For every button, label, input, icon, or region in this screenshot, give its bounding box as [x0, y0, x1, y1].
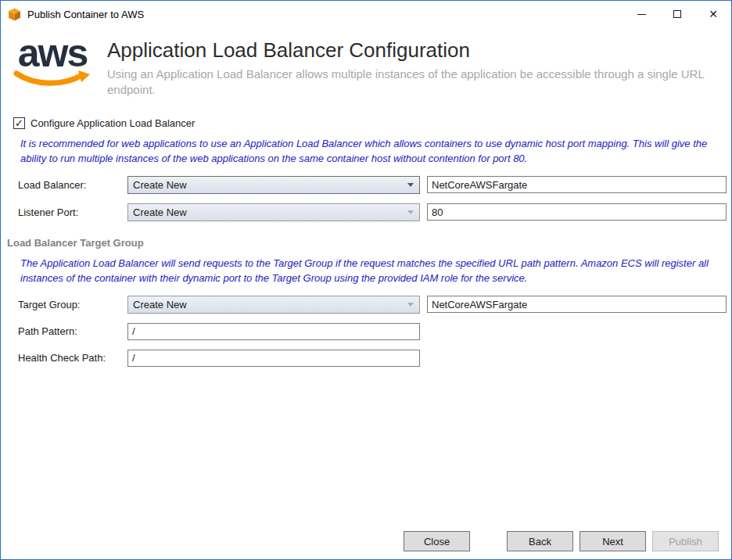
- next-button[interactable]: Next: [580, 531, 646, 551]
- target-group-combo-value: Create New: [128, 299, 407, 311]
- checkmark-icon: ✓: [15, 118, 23, 128]
- listener-port-label: Listener Port:: [18, 206, 127, 218]
- load-balancer-combo[interactable]: Create New: [127, 176, 420, 194]
- target-group-name-input[interactable]: [427, 296, 727, 313]
- path-pattern-label: Path Pattern:: [18, 325, 127, 337]
- load-balancer-combo-value: Create New: [128, 179, 407, 191]
- close-icon: ✕: [709, 8, 718, 20]
- configure-alb-checkbox[interactable]: ✓: [13, 117, 25, 129]
- dialog-footer: Close Back Next Publish: [404, 531, 719, 551]
- load-balancer-row: Load Balancer: Create New: [1, 176, 731, 194]
- aws-logo-text: aws: [18, 35, 88, 71]
- publish-button[interactable]: Publish: [652, 531, 719, 551]
- listener-port-input[interactable]: [427, 203, 727, 221]
- maximize-icon: [673, 10, 681, 18]
- window-title: Publish Container to AWS: [27, 9, 144, 20]
- close-window-button[interactable]: ✕: [695, 1, 731, 27]
- chevron-down-icon: [407, 183, 414, 187]
- path-pattern-input[interactable]: [127, 323, 420, 340]
- alb-description: It is recommended for web applications t…: [20, 136, 711, 167]
- back-button[interactable]: Back: [507, 531, 573, 551]
- target-group-label: Target Group:: [18, 299, 127, 311]
- load-balancer-label: Load Balancer:: [18, 179, 127, 191]
- header-text: Application Load Balancer Configuration …: [107, 35, 717, 99]
- page-subtitle: Using an Application Load Balancer allow…: [107, 66, 717, 99]
- maximize-button[interactable]: [659, 1, 695, 27]
- health-check-path-input[interactable]: [127, 350, 420, 367]
- aws-box-icon: [8, 8, 21, 21]
- page-title: Application Load Balancer Configuration: [107, 38, 717, 63]
- publish-container-dialog: Publish Container to AWS ✕ aws Applicati…: [0, 0, 732, 560]
- target-group-combo[interactable]: Create New: [127, 296, 420, 314]
- window-controls: ✕: [623, 1, 731, 27]
- window-titlebar[interactable]: Publish Container to AWS ✕: [1, 1, 731, 27]
- health-check-path-label: Health Check Path:: [18, 352, 127, 364]
- page-header: aws Application Load Balancer Configurat…: [1, 27, 731, 99]
- aws-smile-icon: [13, 70, 92, 90]
- configure-alb-label: Configure Application Load Balancer: [30, 117, 195, 129]
- target-group-row: Target Group: Create New: [1, 296, 731, 314]
- close-dialog-button[interactable]: Close: [404, 531, 470, 551]
- listener-port-combo[interactable]: Create New: [127, 203, 420, 221]
- load-balancer-name-input[interactable]: [427, 176, 727, 193]
- chevron-down-icon: [407, 303, 414, 307]
- chevron-down-icon: [407, 210, 414, 214]
- target-group-description: The Application Load Balancer will send …: [20, 256, 711, 286]
- listener-port-row: Listener Port: Create New: [1, 203, 731, 221]
- listener-port-combo-value: Create New: [128, 206, 407, 218]
- configure-alb-row: ✓ Configure Application Load Balancer: [13, 117, 731, 129]
- health-check-path-row: Health Check Path:: [1, 350, 731, 367]
- minimize-button[interactable]: [623, 1, 659, 27]
- path-pattern-row: Path Pattern:: [1, 323, 731, 340]
- target-group-section-title: Load Balancer Target Group: [7, 237, 731, 249]
- minimize-icon: [637, 14, 646, 15]
- aws-logo: aws: [10, 35, 95, 99]
